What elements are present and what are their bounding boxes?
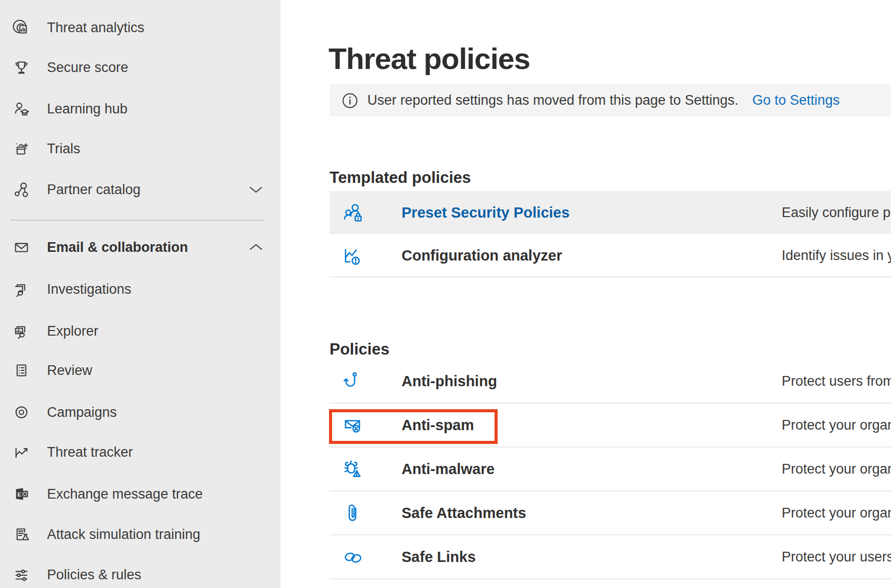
configuration-analyzer-label[interactable]: Configuration analyzer <box>402 247 562 264</box>
email-icon <box>11 237 32 257</box>
sidebar-item-label: Threat analytics <box>47 20 145 36</box>
row-description: Protect users from p <box>782 373 891 389</box>
anti-phishing-label[interactable]: Anti-phishing <box>402 373 497 390</box>
sidebar-item-explorer[interactable]: Explorer <box>0 311 280 351</box>
sidebar-divider <box>10 220 264 221</box>
row-description: Easily configure prot <box>782 205 891 221</box>
chevron-down-icon[interactable] <box>248 184 264 195</box>
policies-heading: Policies <box>330 340 389 359</box>
secure-score-icon <box>11 57 32 78</box>
investigations-icon <box>11 279 32 299</box>
sidebar-item-campaigns[interactable]: Campaigns <box>0 392 280 433</box>
row-description: Protect your organiz <box>782 417 891 433</box>
configuration-analyzer-icon <box>341 244 364 267</box>
sidebar-item-label: Email & collaboration <box>47 240 188 255</box>
preset-security-icon <box>341 201 364 224</box>
anti-malware-label[interactable]: Anti-malware <box>402 461 495 478</box>
row-anti-malware[interactable]: Anti-malware Protect your organiz <box>330 448 891 491</box>
safe-links-label[interactable]: Safe Links <box>402 549 476 566</box>
sidebar-item-label: Exchange message trace <box>47 486 203 502</box>
row-safe-attachments[interactable]: Safe Attachments Protect your organiz <box>330 491 891 535</box>
info-icon <box>342 92 358 109</box>
threat-policies-page: Threat analytics Secure score <box>0 0 891 588</box>
row-description: Protect your organiz <box>782 505 891 521</box>
row-description: Protect your organiz <box>782 461 891 477</box>
row-anti-phishing[interactable]: Anti-phishing Protect users from p <box>330 360 891 404</box>
sidebar: Threat analytics Secure score <box>0 0 280 588</box>
sidebar-item-trials[interactable]: Trials <box>0 128 280 169</box>
campaigns-icon <box>11 402 32 422</box>
sidebar-item-learning-hub[interactable]: Learning hub <box>0 88 280 129</box>
sidebar-item-label: Trials <box>47 141 80 157</box>
sidebar-item-label: Campaigns <box>47 405 117 420</box>
learning-hub-icon <box>11 99 32 119</box>
chevron-up-icon[interactable] <box>248 242 264 252</box>
sidebar-item-label: Attack simulation training <box>47 527 200 543</box>
sidebar-item-label: Learning hub <box>47 101 128 117</box>
anti-spam-highlight-box <box>329 409 498 444</box>
sidebar-item-policies-rules[interactable]: Policies & rules <box>0 554 280 588</box>
row-description: Identify issues in you <box>782 247 891 263</box>
sidebar-item-label: Partner catalog <box>47 182 140 198</box>
row-preset-security-policies[interactable]: Preset Security Policies Easily configur… <box>330 191 891 234</box>
explorer-icon <box>11 321 32 341</box>
sidebar-item-attack-simulation-training[interactable]: Attack simulation training <box>0 514 280 555</box>
anti-phishing-icon <box>341 370 364 392</box>
sidebar-item-threat-tracker[interactable]: Threat tracker <box>0 432 280 473</box>
sidebar-item-email-collaboration[interactable]: Email & collaboration <box>0 227 280 268</box>
sidebar-item-label: Secure score <box>47 60 128 76</box>
templated-policies-heading: Templated policies <box>330 169 471 187</box>
safe-attachments-icon <box>341 502 364 524</box>
sidebar-item-exchange-message-trace[interactable]: E Exchange message trace <box>0 474 280 514</box>
page-title: Threat policies <box>329 41 530 76</box>
banner-text: User reported settings has moved from th… <box>367 92 738 108</box>
attack-simulation-icon <box>11 524 32 545</box>
anti-malware-icon <box>341 458 364 480</box>
safe-links-icon <box>341 546 364 568</box>
sidebar-item-label: Threat tracker <box>47 444 133 460</box>
sidebar-item-label: Investigations <box>47 281 131 297</box>
trials-icon <box>11 138 32 159</box>
sidebar-item-review[interactable]: Review <box>0 350 280 391</box>
partner-catalog-icon <box>11 179 32 200</box>
safe-attachments-label[interactable]: Safe Attachments <box>402 505 526 522</box>
row-description: Protect your users fr <box>782 549 891 565</box>
sidebar-item-partner-catalog[interactable]: Partner catalog <box>0 169 280 210</box>
sidebar-item-label: Policies & rules <box>47 567 142 583</box>
info-banner: User reported settings has moved from th… <box>330 84 891 116</box>
threat-tracker-icon <box>11 442 32 462</box>
policies-rules-icon <box>11 565 32 585</box>
sidebar-item-threat-analytics[interactable]: Threat analytics <box>0 7 280 48</box>
preset-security-policies-link[interactable]: Preset Security Policies <box>402 204 570 221</box>
threat-analytics-icon <box>11 17 32 38</box>
svg-text:E: E <box>17 491 21 498</box>
sidebar-item-label: Explorer <box>47 323 99 339</box>
row-safe-links[interactable]: Safe Links Protect your users fr <box>330 535 891 579</box>
go-to-settings-link[interactable]: Go to Settings <box>752 92 839 108</box>
row-configuration-analyzer[interactable]: Configuration analyzer Identify issues i… <box>330 234 891 277</box>
sidebar-item-label: Review <box>47 363 92 379</box>
sidebar-item-secure-score[interactable]: Secure score <box>0 47 280 88</box>
exchange-icon: E <box>11 484 32 504</box>
sidebar-item-investigations[interactable]: Investigations <box>0 269 280 310</box>
review-icon <box>11 360 32 381</box>
